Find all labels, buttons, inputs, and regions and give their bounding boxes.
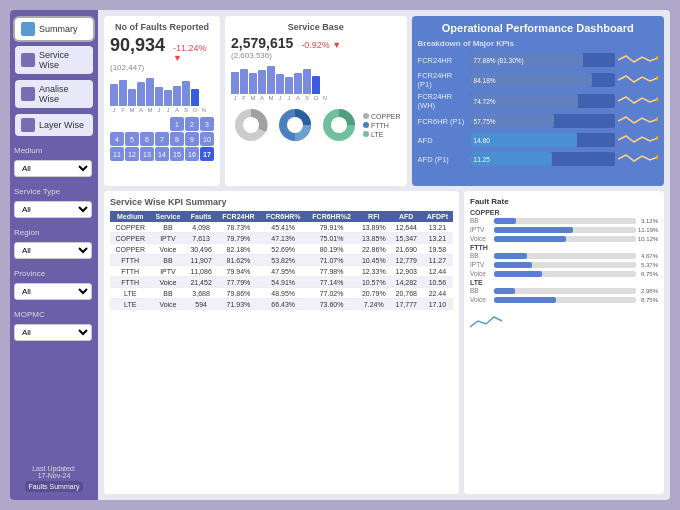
table-cell-3-7: 12,779 <box>391 255 422 266</box>
fr-row-7: Voice8.75% <box>470 296 658 303</box>
top-row: No of Faults Reported 90,934 -11.24% ▼ (… <box>104 16 664 186</box>
cal-day-11: 11 <box>110 147 124 161</box>
kpi-sparkline-4 <box>618 132 658 148</box>
table-cell-7-1: Voice <box>150 299 185 310</box>
main-content: No of Faults Reported 90,934 -11.24% ▼ (… <box>98 10 670 500</box>
sidebar-item-summary[interactable]: Summary <box>15 18 93 40</box>
sb-bar-label-S: S <box>303 95 311 101</box>
mopmc-select[interactable]: All <box>14 324 92 341</box>
table-cell-3-3: 81.62% <box>217 255 261 266</box>
cal-empty-1 <box>125 117 139 131</box>
fr-val-0: 3.12% <box>638 218 658 224</box>
kpi-col-afd: AFD <box>391 211 422 222</box>
sidebar-item-layerwise[interactable]: Layer Wise <box>15 114 93 136</box>
fault-bar-J <box>164 90 172 106</box>
table-cell-1-6: 13.85% <box>357 233 391 244</box>
kpi-summary-panel: Service Wise KPI Summary MediumServiceFa… <box>104 191 459 494</box>
table-cell-2-5: 80.19% <box>306 244 357 255</box>
fr-val-4: 5.37% <box>638 262 658 268</box>
sb-bar-J <box>285 77 293 94</box>
table-cell-0-5: 79.91% <box>306 222 357 233</box>
kpi-sparkline-0 <box>618 52 658 68</box>
kpi-table: MediumServiceFaultsFCR24HRFCR6HR%FCR6HR%… <box>110 211 453 310</box>
search-icon <box>21 87 35 101</box>
fault-bar-J <box>110 84 118 106</box>
kpi-col-fcr24hr: FCR24HR <box>217 211 261 222</box>
table-cell-4-7: 12,903 <box>391 266 422 277</box>
fault-bar-J <box>155 87 163 106</box>
table-cell-3-4: 53.82% <box>260 255 306 266</box>
table-cell-7-2: 594 <box>186 299 217 310</box>
sidebar-item-label: Summary <box>39 24 78 34</box>
faults-summary-button[interactable]: Faults Summary <box>25 481 84 492</box>
fr-val-7: 8.75% <box>638 297 658 303</box>
sb-bar-label-A: A <box>258 95 266 101</box>
table-cell-6-8: 22.44 <box>422 288 453 299</box>
fr-sparkline <box>470 309 505 333</box>
service-type-select[interactable]: All <box>14 201 92 218</box>
table-cell-1-1: IPTV <box>150 233 185 244</box>
sb-bar-M <box>249 73 257 94</box>
kpi-sparkline-3 <box>618 113 658 129</box>
table-cell-7-4: 66.43% <box>260 299 306 310</box>
svg-point-5 <box>331 117 347 133</box>
fault-bar-label-F: F <box>119 107 127 113</box>
table-cell-0-0: COPPER <box>110 222 150 233</box>
bottom-row: Service Wise KPI Summary MediumServiceFa… <box>104 191 664 494</box>
table-cell-0-8: 13.21 <box>422 222 453 233</box>
table-cell-7-0: LTE <box>110 299 150 310</box>
kpi-bar-text-3: 57.75% <box>474 118 496 125</box>
table-cell-7-7: 17,777 <box>391 299 422 310</box>
fr-bar-bg-4 <box>494 262 636 268</box>
kpi-col-faults: Faults <box>186 211 217 222</box>
medium-select[interactable]: All <box>14 160 92 177</box>
province-label: Province <box>14 269 94 278</box>
lte-pie <box>319 105 359 145</box>
fault-bar-label-N: N <box>200 107 208 113</box>
fr-bar-bg-2 <box>494 236 636 242</box>
kpi-col-rfi: RFI <box>357 211 391 222</box>
fr-bar-1 <box>494 227 573 233</box>
kpi-col-afdpt: AFDPt <box>422 211 453 222</box>
table-cell-6-7: 20,768 <box>391 288 422 299</box>
kpi-row-1: FCR24HR (P1)84.18% <box>418 71 658 89</box>
table-cell-5-5: 77.14% <box>306 277 357 288</box>
fr-row-2: Voice10.12% <box>470 235 658 242</box>
province-select[interactable]: All <box>14 283 92 300</box>
opd-panel: Operational Performance Dashboard Breakd… <box>412 16 664 186</box>
kpi-bar-bg-5: 11.25 <box>471 152 615 166</box>
region-select[interactable]: All <box>14 242 92 259</box>
fr-row-6: BB2.98% <box>470 287 658 294</box>
sb-bar-label-F: F <box>240 95 248 101</box>
fr-bar-2 <box>494 236 566 242</box>
faults-change: -11.24% ▼ <box>173 43 214 63</box>
fr-bar-5 <box>494 271 542 277</box>
kpi-bar-text-4: 14.80 <box>474 137 490 144</box>
kpi-bar-bg-3: 57.75% <box>471 114 615 128</box>
table-cell-5-3: 77.79% <box>217 277 261 288</box>
sidebar-item-servicewise[interactable]: Service Wise <box>15 46 93 74</box>
kpi-col-service: Service <box>150 211 185 222</box>
filter-medium: Medium All <box>14 146 94 177</box>
table-cell-4-8: 12.44 <box>422 266 453 277</box>
chart-icon <box>21 53 35 67</box>
kpi-bar-bg-0: 77.88% (81.30%) <box>471 53 615 67</box>
table-cell-3-6: 10.45% <box>357 255 391 266</box>
fault-bar-label-A: A <box>173 107 181 113</box>
ftth-pie <box>275 105 315 145</box>
table-cell-0-4: 45.41% <box>260 222 306 233</box>
fr-bar-bg-1 <box>494 227 636 233</box>
kpi-summary-title: Service Wise KPI Summary <box>110 197 453 207</box>
kpi-bar-text-0: 77.88% (81.30%) <box>474 57 524 64</box>
fault-bar-S <box>182 81 190 106</box>
sidebar-item-analysewise[interactable]: Analise Wise <box>15 80 93 108</box>
table-cell-6-0: LTE <box>110 288 150 299</box>
kpi-bar-bg-4: 14.80 <box>471 133 615 147</box>
fault-bar-label-J: J <box>155 107 163 113</box>
table-cell-3-5: 71.07% <box>306 255 357 266</box>
fault-bar-O <box>191 89 199 106</box>
fr-bar-0 <box>494 218 516 224</box>
service-base-value: 2,579,615 <box>231 35 293 51</box>
fault-bar-label-J: J <box>110 107 118 113</box>
table-cell-3-2: 11,907 <box>186 255 217 266</box>
